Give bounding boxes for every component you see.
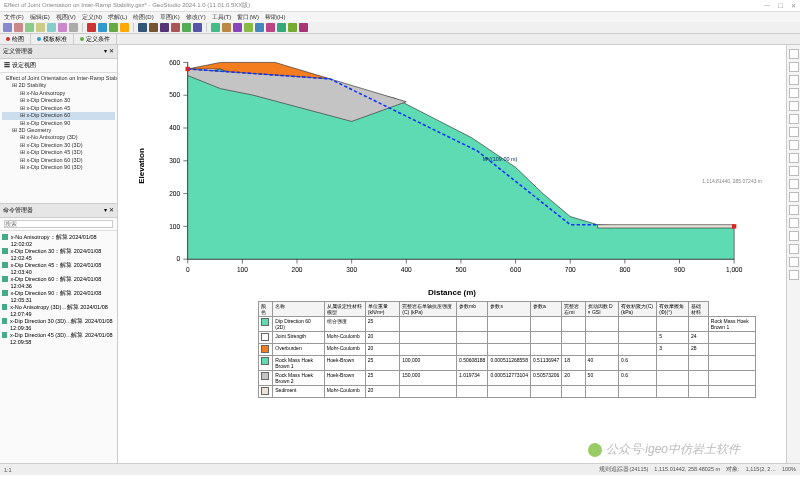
toolbar-icon[interactable] xyxy=(255,23,264,32)
tree-node[interactable]: ⊞ x-No Anisotropy (3D) xyxy=(2,134,115,141)
tree-node[interactable]: ⊞ x-Dip Direction 30 (3D) xyxy=(2,142,115,149)
toolbar-icon[interactable] xyxy=(288,23,297,32)
history-row[interactable]: x-Dip Direction 30：解算 2024/01/08 12:02:4… xyxy=(2,247,115,261)
toolbar-icon[interactable] xyxy=(14,23,23,32)
toolbar-icon[interactable] xyxy=(87,23,96,32)
toolbar-icon[interactable] xyxy=(171,23,180,32)
right-tool-icon[interactable] xyxy=(789,101,799,111)
ribbon-tabs: 绘图模板标准定义条件 xyxy=(0,34,800,45)
tree-node[interactable]: ⊞ x-Dip Direction 60 xyxy=(2,112,115,119)
right-tool-icon[interactable] xyxy=(789,49,799,59)
panel-controls[interactable]: ▾ ✕ xyxy=(104,47,114,56)
history-row[interactable]: x-No Anisotropy：解算 2024/01/08 12:02:02 xyxy=(2,233,115,247)
right-tool-icon[interactable] xyxy=(789,88,799,98)
minimize-button[interactable]: — xyxy=(764,2,770,9)
panel-controls[interactable]: ▾ ✕ xyxy=(104,206,114,215)
mat-row[interactable]: Rock Mass Hoek Brown 2Hoek-Brown25150,00… xyxy=(259,370,756,385)
history-row[interactable]: x-Dip Direction 90：解算 2024/01/08 12:05:3… xyxy=(2,289,115,303)
menu-item[interactable]: 求解(L) xyxy=(108,13,127,21)
close-button[interactable]: ✕ xyxy=(791,2,796,9)
right-tool-icon[interactable] xyxy=(789,231,799,241)
panel-sub[interactable]: ☰ 设定视图 xyxy=(0,59,117,73)
right-tool-icon[interactable] xyxy=(789,218,799,228)
toolbar-icon[interactable] xyxy=(233,23,242,32)
toolbar-icon[interactable] xyxy=(193,23,202,32)
right-tool-icon[interactable] xyxy=(789,114,799,124)
mat-row[interactable]: Dip Direction 60 (2D)组合强度25Rock Mass Hoe… xyxy=(259,316,756,331)
tree-node[interactable]: ⊞ x-No Anisotropy xyxy=(2,90,115,97)
right-tool-icon[interactable] xyxy=(789,127,799,137)
toolbar-icon[interactable] xyxy=(299,23,308,32)
toolbar-icon[interactable] xyxy=(266,23,275,32)
maximize-button[interactable]: ☐ xyxy=(778,2,783,9)
slope-plot[interactable]: Elevation 01002003004005006007008009001,… xyxy=(144,51,756,282)
right-tool-icon[interactable] xyxy=(789,205,799,215)
history-search[interactable] xyxy=(4,220,113,228)
menu-item[interactable]: 帮助(H) xyxy=(265,13,285,21)
right-tool-icon[interactable] xyxy=(789,62,799,72)
status-bar: 1:1 规则追踪器(24115)1,115.01442, 258.48025 m… xyxy=(0,463,800,475)
right-tool-icon[interactable] xyxy=(789,179,799,189)
tree-node[interactable]: ⊞ 2D Stability xyxy=(2,82,115,89)
toolbar-icon[interactable] xyxy=(160,23,169,32)
toolbar-icon[interactable] xyxy=(98,23,107,32)
menu-item[interactable]: 定义(N) xyxy=(82,13,102,21)
right-tool-icon[interactable] xyxy=(789,75,799,85)
right-tool-icon[interactable] xyxy=(789,192,799,202)
toolbar-icon[interactable] xyxy=(109,23,118,32)
material-table[interactable]: 颜色名称从属设定性材料模型单位重量(kN/m³)完整岩石单轴抗压强度(C) (k… xyxy=(258,301,756,398)
tree-node[interactable]: ⊞ x-Dip Direction 30 xyxy=(2,97,115,104)
menu-item[interactable]: 修改(Y) xyxy=(186,13,206,21)
history-list[interactable]: x-No Anisotropy：解算 2024/01/08 12:02:02x-… xyxy=(0,231,117,463)
analysis-tree[interactable]: Effect of Joint Orientation on Inter-Ram… xyxy=(0,73,117,203)
menu-item[interactable]: 绘图(D) xyxy=(133,13,153,21)
right-tool-icon[interactable] xyxy=(789,153,799,163)
toolbar-icon[interactable] xyxy=(58,23,67,32)
tree-node[interactable]: ⊞ x-Dip Direction 45 (3D) xyxy=(2,149,115,156)
history-row[interactable]: x-Dip Direction 60：解算 2024/01/08 12:04:3… xyxy=(2,275,115,289)
right-tool-icon[interactable] xyxy=(789,270,799,280)
menu-item[interactable]: 草图(K) xyxy=(160,13,180,21)
mat-row[interactable]: Joint StrengthMohr-Coulomb20524 xyxy=(259,331,756,343)
mat-row[interactable]: Rock Mass Hoek Brown 1Hoek-Brown25100,00… xyxy=(259,355,756,370)
toolbar-icon[interactable] xyxy=(244,23,253,32)
menu-item[interactable]: 编辑(E) xyxy=(30,13,50,21)
tree-node[interactable]: ⊞ 3D Geometry xyxy=(2,127,115,134)
tree-node[interactable]: ⊞ x-Dip Direction 45 xyxy=(2,105,115,112)
history-row[interactable]: x-Dip Direction 45 (3D)…解算 2024/01/08 12… xyxy=(2,331,115,345)
menu-item[interactable]: 工具(T) xyxy=(212,13,232,21)
menu-item[interactable]: 文件(F) xyxy=(4,13,24,21)
right-tool-icon[interactable] xyxy=(789,244,799,254)
toolbar-icon[interactable] xyxy=(3,23,12,32)
menu-item[interactable]: 视图(V) xyxy=(56,13,76,21)
mat-cell xyxy=(708,331,755,343)
history-row[interactable]: x-Dip Direction 30 (3D)…解算 2024/01/08 12… xyxy=(2,317,115,331)
ribbon-tab[interactable]: 定义条件 xyxy=(74,34,117,44)
tree-node[interactable]: ⊞ x-Dip Direction 90 xyxy=(2,120,115,127)
toolbar-icon[interactable] xyxy=(47,23,56,32)
history-row[interactable]: x-No Anisotropy (3D)…解算 2024/01/08 12:07… xyxy=(2,303,115,317)
tree-node[interactable]: Effect of Joint Orientation on Inter-Ram… xyxy=(2,75,115,82)
ribbon-tab[interactable]: 模板标准 xyxy=(31,34,74,44)
menu-item[interactable]: 窗口(W) xyxy=(237,13,259,21)
toolbar-icon[interactable] xyxy=(69,23,78,32)
history-row[interactable]: x-Dip Direction 45：解算 2024/01/08 12:03:4… xyxy=(2,261,115,275)
toolbar-icon[interactable] xyxy=(277,23,286,32)
tree-node[interactable]: ⊞ x-Dip Direction 60 (3D) xyxy=(2,157,115,164)
tree-node[interactable]: ⊞ x-Dip Direction 90 (3D) xyxy=(2,164,115,171)
right-tool-icon[interactable] xyxy=(789,140,799,150)
toolbar-icon[interactable] xyxy=(120,23,129,32)
toolbar-icon[interactable] xyxy=(182,23,191,32)
ribbon-tab[interactable]: 绘图 xyxy=(0,34,31,44)
toolbar-icon[interactable] xyxy=(25,23,34,32)
right-tool-icon[interactable] xyxy=(789,166,799,176)
toolbar-icon[interactable] xyxy=(36,23,45,32)
mat-row[interactable]: OverburdenMohr-Coulomb20328 xyxy=(259,343,756,355)
mat-row[interactable]: SedimentMohr-Coulomb20 xyxy=(259,385,756,397)
toolbar-icon[interactable] xyxy=(211,23,220,32)
toolbar-icon[interactable] xyxy=(222,23,231,32)
toolbar-icon[interactable] xyxy=(149,23,158,32)
right-tool-icon[interactable] xyxy=(789,257,799,267)
toolbar-icon[interactable] xyxy=(138,23,147,32)
mat-header: 扰动因数 D × GSI xyxy=(585,301,618,316)
